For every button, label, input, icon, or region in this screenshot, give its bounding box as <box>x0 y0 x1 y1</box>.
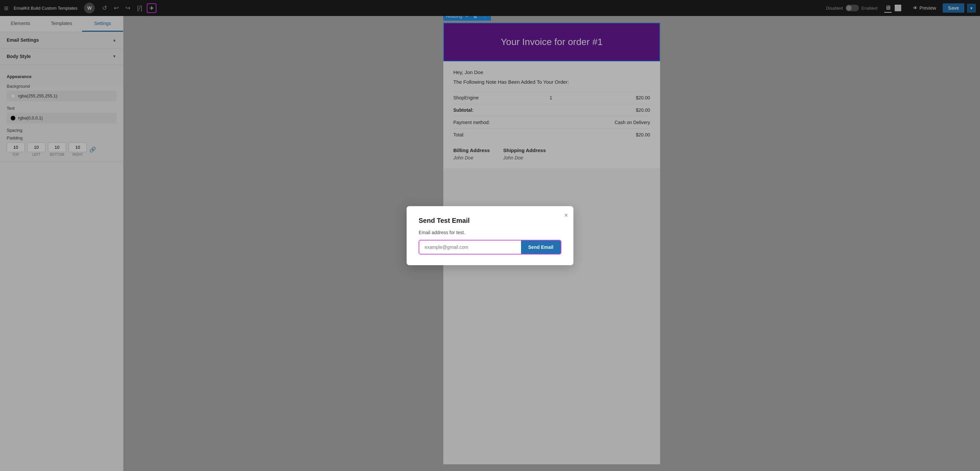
send-email-button[interactable]: Send Email <box>521 240 561 254</box>
modal-description: Email address for test. <box>418 230 562 235</box>
modal-input-row: Send Email <box>418 240 562 255</box>
modal-close-button[interactable]: × <box>564 212 568 219</box>
test-email-input[interactable] <box>419 240 521 254</box>
modal-overlay[interactable]: × Send Test Email Email address for test… <box>0 0 980 471</box>
send-test-email-modal: × Send Test Email Email address for test… <box>407 206 573 265</box>
modal-title: Send Test Email <box>418 217 562 224</box>
